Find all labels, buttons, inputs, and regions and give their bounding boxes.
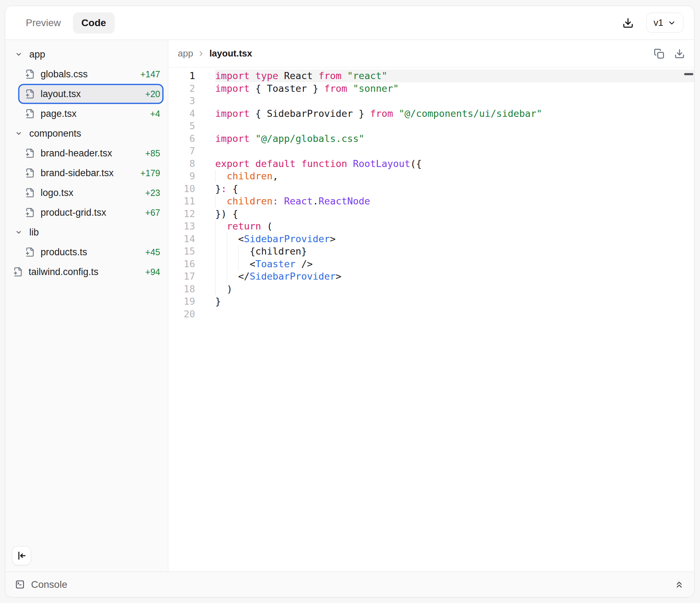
line-content: children: React.ReactNode xyxy=(215,195,694,208)
line-number: 19 xyxy=(168,295,195,308)
code-line-1[interactable]: 1import type React from "react" xyxy=(168,70,694,82)
code-token xyxy=(347,158,353,169)
breadcrumb-segment-app[interactable]: app xyxy=(178,48,193,59)
tree-file-brand-sidebar.tsx[interactable]: brand-sidebar.tsx+179 xyxy=(19,164,162,182)
tree-item-label: app xyxy=(29,49,45,60)
chevron-down-icon xyxy=(668,19,676,27)
indent-guide xyxy=(227,258,239,270)
download-project-button[interactable] xyxy=(622,17,634,29)
diff-added-badge: +23 xyxy=(145,188,160,198)
code-token xyxy=(250,70,255,81)
code-token: SidebarProvider xyxy=(250,271,336,282)
tree-file-logo.tsx[interactable]: logo.tsx+23 xyxy=(19,184,162,202)
code-token: "@/app/globals.css" xyxy=(255,133,364,144)
code-line-11[interactable]: 11children: React.ReactNode xyxy=(168,195,694,208)
line-number: 11 xyxy=(168,195,195,208)
breadcrumb: app layout.tsx xyxy=(178,48,252,59)
code-token: children xyxy=(227,171,273,181)
code-line-15[interactable]: 15{children} xyxy=(168,245,694,258)
line-number: 18 xyxy=(168,283,195,295)
code-token: ) xyxy=(227,283,233,294)
code-line-12[interactable]: 12}) { xyxy=(168,208,694,220)
file-plus-icon xyxy=(25,247,35,257)
code-line-3[interactable]: 3 xyxy=(168,95,694,107)
code-token: {children} xyxy=(250,246,307,257)
code-line-6[interactable]: 6import "@/app/globals.css" xyxy=(168,132,694,145)
code-line-18[interactable]: 18) xyxy=(168,283,694,295)
line-content: export default function RootLayout({ xyxy=(215,157,694,170)
version-dropdown[interactable]: v1 xyxy=(646,13,683,33)
code-token: </ xyxy=(238,271,250,282)
code-token: import xyxy=(215,83,250,94)
code-token: } xyxy=(215,296,221,307)
code-token: Toaster xyxy=(255,258,296,269)
version-label: v1 xyxy=(654,17,663,28)
copy-code-button[interactable] xyxy=(654,48,664,59)
line-content: import { Toaster } from "sonner" xyxy=(215,82,694,95)
code-line-17[interactable]: 17</SidebarProvider> xyxy=(168,270,694,283)
tree-file-brand-header.tsx[interactable]: brand-header.tsx+85 xyxy=(19,144,162,162)
code-line-9[interactable]: 9children, xyxy=(168,170,694,183)
expand-console-button[interactable] xyxy=(674,580,684,590)
console-bar[interactable]: Console xyxy=(5,572,694,597)
tree-folder-app[interactable]: app xyxy=(11,46,162,63)
code-line-20[interactable]: 20 xyxy=(168,308,694,321)
download-file-button[interactable] xyxy=(674,48,685,59)
code-line-7[interactable]: 7 xyxy=(168,145,694,157)
code-line-14[interactable]: 14<SidebarProvider> xyxy=(168,233,694,245)
code-line-16[interactable]: 16<Toaster /> xyxy=(168,258,694,270)
code-line-10[interactable]: 10}: { xyxy=(168,183,694,195)
code-token: { SidebarProvider } xyxy=(250,108,370,119)
line-content: ) xyxy=(215,283,694,295)
line-content: import "@/app/globals.css" xyxy=(215,132,694,145)
collapse-sidebar-button[interactable] xyxy=(12,546,31,565)
code-line-2[interactable]: 2import { Toaster } from "sonner" xyxy=(168,82,694,95)
file-plus-icon xyxy=(25,148,35,158)
tree-file-globals.css[interactable]: globals.css+147 xyxy=(19,65,162,83)
tree-file-products.ts[interactable]: products.ts+45 xyxy=(19,243,162,261)
tree-item-label: products.ts xyxy=(41,247,87,258)
file-plus-icon xyxy=(25,69,35,79)
tree-folder-lib[interactable]: lib xyxy=(11,223,162,241)
file-plus-icon xyxy=(25,188,35,198)
main-area: appglobals.css+147layout.tsx+20page.tsx+… xyxy=(5,40,694,572)
code-line-19[interactable]: 19} xyxy=(168,295,694,308)
line-number: 13 xyxy=(168,220,195,233)
line-content: <Toaster /> xyxy=(215,258,694,270)
code-token: "sonner" xyxy=(353,83,399,94)
line-number: 17 xyxy=(168,270,195,283)
code-token: type xyxy=(255,70,278,81)
breadcrumb-bar: app layout.tsx xyxy=(168,40,694,67)
code-token: default xyxy=(255,158,296,169)
line-number: 15 xyxy=(168,245,195,258)
diff-added-badge: +20 xyxy=(145,89,160,99)
line-number: 14 xyxy=(168,233,195,245)
code-line-4[interactable]: 4import { SidebarProvider } from "@/comp… xyxy=(168,107,694,120)
console-label: Console xyxy=(31,579,67,590)
indent-guide xyxy=(227,270,239,283)
tab-preview[interactable]: Preview xyxy=(17,12,70,34)
code-token: function xyxy=(301,158,347,169)
terminal-icon xyxy=(15,580,25,589)
line-content xyxy=(215,145,694,157)
tree-folder-components[interactable]: components xyxy=(11,125,162,142)
diff-added-badge: +85 xyxy=(145,148,160,159)
line-content: children, xyxy=(215,170,694,183)
code-token xyxy=(250,158,255,169)
code-line-8[interactable]: 8export default function RootLayout({ xyxy=(168,157,694,170)
indent-guide xyxy=(238,258,250,270)
tree-file-layout.tsx[interactable]: layout.tsx+20 xyxy=(19,85,162,103)
line-number: 1 xyxy=(168,70,195,82)
code-editor[interactable]: 1import type React from "react"2import {… xyxy=(168,67,694,572)
tree-file-tailwind.config.ts[interactable]: tailwind.config.ts+94 xyxy=(11,263,162,281)
code-line-13[interactable]: 13return ( xyxy=(168,220,694,233)
tab-code[interactable]: Code xyxy=(73,12,115,34)
code-token xyxy=(347,83,353,94)
code-line-5[interactable]: 5 xyxy=(168,120,694,132)
code-token: > xyxy=(336,271,341,282)
line-content: return ( xyxy=(215,220,694,233)
scrollbar-thumb[interactable] xyxy=(684,73,693,75)
tree-file-product-grid.tsx[interactable]: product-grid.tsx+67 xyxy=(19,204,162,221)
tree-file-page.tsx[interactable]: page.tsx+4 xyxy=(19,105,162,123)
code-token xyxy=(278,196,284,207)
